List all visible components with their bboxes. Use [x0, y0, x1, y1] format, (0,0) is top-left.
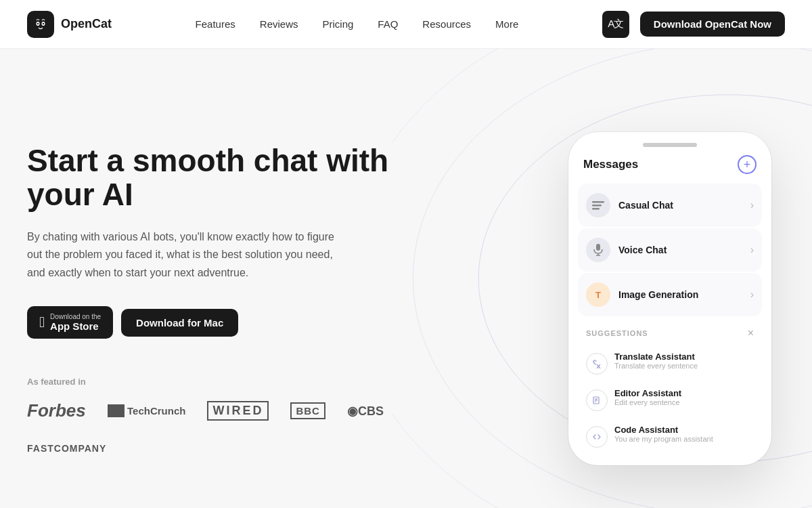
hero-section: Start a smooth chat with your AI By chat…: [0, 49, 812, 508]
nav-faq[interactable]: FAQ: [378, 18, 398, 30]
featured-logos: Forbes TC TechCrunch WIRED BBC ◉CBS FAST…: [27, 400, 392, 454]
cbs-logo: ◉CBS: [347, 404, 384, 419]
apple-icon: : [39, 314, 45, 331]
avatar-casual: [586, 193, 610, 217]
chat-item-casual[interactable]: Casual Chat ›: [578, 184, 762, 227]
compose-icon[interactable]: +: [738, 155, 757, 174]
hero-description: By chating with various AI bots, you'll …: [27, 228, 338, 282]
svg-point-3: [37, 22, 39, 24]
nav-features[interactable]: Features: [196, 18, 235, 30]
chat-list: Casual Chat ›: [578, 184, 762, 316]
bbc-logo: BBC: [290, 402, 325, 419]
phone-frame: Messages + C: [568, 132, 771, 465]
casual-chat-chevron: ›: [750, 199, 754, 211]
svg-rect-0: [31, 15, 50, 34]
suggestion-code[interactable]: Code Assistant You are my program assist…: [578, 418, 762, 454]
suggestions-header: SUGGESTIONS ×: [578, 324, 762, 345]
avatar-voice: [586, 238, 610, 262]
translate-sugg-subtitle: Translate every sentence: [614, 362, 698, 370]
svg-rect-11: [596, 244, 600, 251]
translate-sugg-icon: [586, 353, 608, 375]
nav-links: Features Reviews Pricing FAQ Resources M…: [196, 18, 519, 30]
voice-chat-name: Voice Chat: [618, 245, 667, 255]
editor-sugg-subtitle: Edit every sentence: [614, 398, 681, 406]
download-mac-button[interactable]: Download for Mac: [121, 309, 238, 337]
featured-label: As featured in: [27, 377, 392, 387]
hero-title: Start a smooth chat with your AI: [27, 144, 392, 212]
nav-reviews[interactable]: Reviews: [260, 18, 298, 30]
logo-link[interactable]: OpenCat: [27, 11, 112, 38]
code-sugg-icon: [586, 426, 608, 448]
voice-chat-chevron: ›: [750, 244, 754, 256]
download-nav-button[interactable]: Download OpenCat Now: [640, 12, 785, 37]
image-gen-chevron: ›: [750, 289, 754, 301]
translate-sugg-title: Translate Assistant: [614, 352, 698, 362]
appstore-button[interactable]:  Download on the App Store: [27, 306, 113, 339]
chat-item-image[interactable]: T Image Generation ›: [578, 273, 762, 316]
svg-rect-10: [592, 208, 600, 210]
editor-sugg-title: Editor Assistant: [614, 388, 681, 398]
navbar: OpenCat Features Reviews Pricing FAQ Res…: [0, 0, 812, 49]
phone-mockup: Messages + C: [568, 132, 785, 465]
code-sugg-title: Code Assistant: [614, 425, 713, 435]
svg-rect-9: [592, 205, 602, 207]
chat-item-voice[interactable]: Voice Chat ›: [578, 228, 762, 272]
code-sugg-subtitle: You are my program assistant: [614, 435, 713, 443]
wired-logo: WIRED: [207, 401, 269, 421]
casual-chat-name: Casual Chat: [618, 200, 673, 211]
nav-resources[interactable]: Resources: [422, 18, 471, 30]
appstore-small-text: Download on the: [50, 313, 101, 320]
fastcompany-logo: FASTCOMPANY: [27, 443, 106, 454]
forbes-logo: Forbes: [27, 400, 86, 421]
logo-icon: [27, 11, 54, 38]
phone-header: Messages +: [578, 155, 762, 184]
phone-notch: [643, 143, 697, 147]
hero-buttons:  Download on the App Store Download for…: [27, 306, 392, 339]
nav-translate-icon[interactable]: A文: [602, 11, 629, 38]
logo-text: OpenCat: [61, 17, 112, 31]
appstore-large-text: App Store: [50, 320, 99, 332]
hero-left: Start a smooth chat with your AI By chat…: [27, 144, 392, 454]
techcrunch-logo: TC TechCrunch: [108, 404, 186, 417]
suggestions-close-icon[interactable]: ×: [748, 327, 754, 339]
image-gen-name: Image Generation: [618, 289, 698, 300]
nav-pricing[interactable]: Pricing: [322, 18, 353, 30]
svg-point-4: [43, 22, 44, 24]
editor-sugg-icon: [586, 389, 608, 411]
suggestion-editor[interactable]: Editor Assistant Edit every sentence: [578, 381, 762, 418]
svg-rect-8: [592, 201, 604, 203]
nav-more[interactable]: More: [495, 18, 518, 30]
suggestions-label: SUGGESTIONS: [586, 329, 648, 337]
nav-right: A文 Download OpenCat Now: [602, 11, 785, 38]
suggestion-translate[interactable]: Translate Assistant Translate every sent…: [578, 345, 762, 381]
avatar-image: T: [586, 282, 610, 307]
messages-title: Messages: [583, 158, 638, 171]
